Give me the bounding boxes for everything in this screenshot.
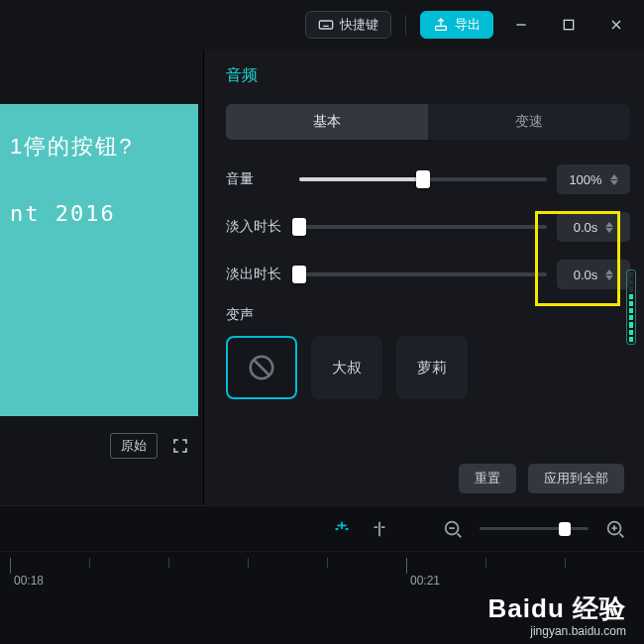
panel-footer: 重置 应用到全部 [459,464,624,493]
ruler-mark-1: 00:21 [410,574,440,588]
close-icon [608,17,624,33]
audio-panel: 音频 基本 变速 音量 100% 淡入时长 0.0s [203,50,644,505]
timeline-toolbar [0,505,644,551]
apply-all-button[interactable]: 应用到全部 [528,464,624,493]
fade-out-value[interactable]: 0.0s [557,260,630,289]
none-icon [247,353,276,382]
export-icon [433,17,449,33]
preview-tile[interactable]: 1停的按钮? nt 2016 [0,104,198,416]
fade-out-row: 淡出时长 0.0s [226,259,630,290]
fade-in-value[interactable]: 0.0s [557,212,630,242]
preview-footer: 原始 [0,416,203,476]
split-icon[interactable] [369,518,390,540]
fade-in-label: 淡入时长 [226,218,289,236]
voice-option-uncle[interactable]: 大叔 [311,336,382,399]
fade-in-row: 淡入时长 0.0s [226,211,630,243]
reset-button[interactable]: 重置 [459,464,516,493]
preview-column: 1停的按钮? nt 2016 原始 [0,50,203,505]
tab-basic[interactable]: 基本 [226,104,428,140]
panel-tabs: 基本 变速 [226,104,630,140]
volume-label: 音量 [226,170,289,188]
title-bar: 快捷键 导出 [0,0,644,50]
voice-options: 大叔 萝莉 [226,336,630,399]
minimize-icon [513,17,529,33]
fade-out-label: 淡出时长 [226,266,289,283]
main-row: 1停的按钮? nt 2016 原始 音频 基本 变速 音量 100% [0,50,644,505]
svg-rect-0 [319,21,332,29]
voice-option-loli[interactable]: 萝莉 [396,336,468,399]
divider [405,15,406,35]
volume-spinner[interactable] [610,174,618,185]
svg-rect-2 [564,20,573,29]
export-label: 导出 [455,16,481,34]
hotkey-button[interactable]: 快捷键 [305,11,391,39]
hotkey-label: 快捷键 [340,16,378,34]
volume-slider[interactable] [299,177,547,181]
fullscreen-icon[interactable] [171,437,189,455]
voice-option-none[interactable] [226,336,297,399]
magnet-icon[interactable] [331,518,353,540]
zoom-out-icon[interactable] [442,518,464,540]
maximize-icon [561,17,577,33]
voice-change-label: 变声 [226,306,630,324]
zoom-slider[interactable] [480,527,589,530]
volume-value[interactable]: 100% [557,164,630,194]
svg-rect-1 [436,26,447,30]
preview-text-2: nt 2016 [10,201,188,226]
export-button[interactable]: 导出 [420,11,493,39]
keyboard-icon [318,17,334,33]
volume-row: 音量 100% [226,163,630,195]
minimize-button[interactable] [501,9,541,41]
audio-level-meter [626,269,636,345]
close-button[interactable] [596,9,636,41]
ratio-original-chip[interactable]: 原始 [110,433,158,459]
fade-in-spinner[interactable] [605,222,613,233]
fade-out-slider[interactable] [299,272,547,276]
panel-title: 音频 [226,65,630,86]
ruler-mark-0: 00:18 [14,574,44,588]
watermark: Baidu 经验 jingyan.baidu.com [488,591,626,638]
preview-text-1: 1停的按钮? [10,132,188,161]
fade-in-slider[interactable] [299,225,547,229]
maximize-button[interactable] [549,9,589,41]
zoom-in-icon[interactable] [604,518,626,540]
tab-speed[interactable]: 变速 [428,104,630,140]
fade-out-spinner[interactable] [605,269,613,280]
